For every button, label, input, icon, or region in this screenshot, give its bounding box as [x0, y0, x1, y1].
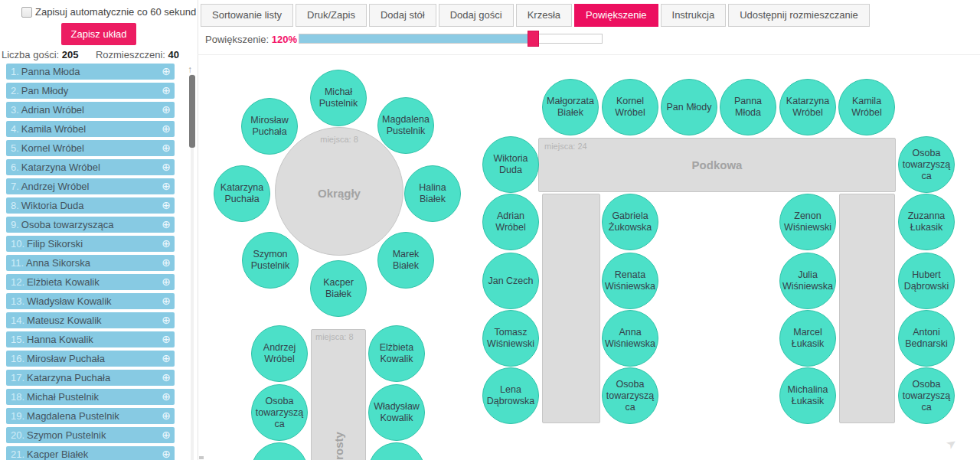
seat[interactable]: Osoba towarzysząca [602, 367, 658, 424]
locate-guest-icon[interactable]: ⊕ [162, 159, 171, 175]
locate-guest-icon[interactable]: ⊕ [162, 408, 171, 424]
seat[interactable]: Kornel Wróbel [602, 79, 658, 135]
canvas-resize-icon[interactable]: ➤ [943, 435, 960, 452]
tab-krzesla[interactable]: Krzesła [516, 4, 572, 27]
seating-canvas[interactable]: miejsca: 8 Okrągły Michał Pustelnik Magd… [198, 55, 980, 460]
zoom-slider[interactable] [299, 34, 603, 44]
tab-udostepnij-rozmieszczanie[interactable]: Udostępnij rozmieszczanie [728, 4, 870, 27]
guest-list-item[interactable]: 20.Szymon Pustelnik⊕ [6, 427, 175, 443]
locate-guest-icon[interactable]: ⊕ [162, 102, 171, 118]
guest-list-item[interactable]: 4.Kamila Wróbel⊕ [6, 121, 175, 137]
seat[interactable]: Mirosław Puchała [241, 98, 298, 155]
locate-guest-icon[interactable]: ⊕ [162, 446, 171, 460]
autosave-checkbox[interactable] [21, 7, 32, 18]
locate-guest-icon[interactable]: ⊕ [162, 178, 171, 194]
guest-list-item[interactable]: 12.Elżbieta Kowalik⊕ [6, 274, 175, 290]
seat[interactable]: Marek Białek [377, 232, 434, 289]
locate-guest-icon[interactable]: ⊕ [162, 331, 171, 347]
locate-guest-icon[interactable]: ⊕ [162, 274, 171, 290]
seat[interactable]: Anna Wiśniewska [602, 310, 658, 367]
tab-dodaj-stol[interactable]: Dodaj stół [369, 4, 436, 27]
seat[interactable] [368, 442, 425, 460]
seat[interactable]: Pan Młody [661, 79, 717, 135]
seat[interactable]: Katarzyna Wróbel [779, 79, 836, 135]
locate-guest-icon[interactable]: ⊕ [162, 370, 171, 386]
guest-list-item[interactable]: 6.Katarzyna Wróbel⊕ [6, 159, 175, 175]
tab-sortowanie-listy[interactable]: Sortowanie listy [201, 4, 293, 27]
seat[interactable]: Władysław Kowalik [368, 384, 425, 441]
guest-list-item[interactable]: 8.Wiktoria Duda⊕ [6, 197, 175, 214]
seat[interactable]: Tomasz Wiśniewski [482, 310, 539, 367]
seat[interactable]: Antoni Bednarski [898, 310, 955, 367]
seat[interactable]: Andrzej Wróbel [251, 325, 308, 382]
guest-list-item[interactable]: 17.Katarzyna Puchała⊕ [6, 370, 175, 386]
seat[interactable]: Kacper Białek [310, 260, 367, 317]
seat[interactable] [251, 442, 308, 460]
seat[interactable]: Osoba towarzysząca [898, 136, 955, 193]
tab-powiekszenie[interactable]: Powiększenie [574, 4, 658, 27]
tab-druk-zapis[interactable]: Druk/Zapis [296, 4, 367, 27]
seat[interactable]: Zuzanna Łukasik [898, 194, 955, 250]
guest-list-scrollbar[interactable]: ↑ [187, 64, 198, 460]
seat[interactable]: Michalina Łukasik [779, 367, 836, 424]
seat[interactable]: Elżbieta Kowalik [368, 325, 425, 382]
save-layout-button[interactable]: Zapisz układ [61, 23, 136, 45]
locate-guest-icon[interactable]: ⊕ [162, 351, 171, 367]
tab-dodaj-gosci[interactable]: Dodaj gości [439, 4, 514, 27]
seat[interactable]: Adrian Wróbel [482, 194, 539, 250]
guest-list-item[interactable]: 2.Pan Młody⊕ [6, 83, 175, 99]
table-podkowa-left-leg[interactable] [542, 194, 600, 423]
tab-instrukcja[interactable]: Instrukcja [661, 4, 727, 27]
guest-list-item[interactable]: 21.Kacper Białek⊕ [6, 446, 175, 460]
seat[interactable]: Panna Młoda [720, 79, 776, 135]
guest-list-item[interactable]: 19.Magdalena Pustelnik⊕ [6, 408, 175, 424]
guest-list-item[interactable]: 11.Anna Sikorska⊕ [6, 255, 175, 271]
guest-list-item[interactable]: 16.Mirosław Puchała⊕ [6, 351, 175, 367]
table-prosty[interactable]: miejsca: 8 Prosty [311, 329, 366, 460]
locate-guest-icon[interactable]: ⊕ [162, 121, 171, 137]
scroll-up-icon[interactable]: ↑ [188, 64, 192, 75]
seat[interactable]: Katarzyna Puchała [214, 165, 270, 222]
seat[interactable]: Marcel Łukasik [779, 310, 836, 367]
seat[interactable]: Osoba towarzysząca [898, 367, 955, 424]
guest-list-item[interactable]: 5.Kornel Wróbel⊕ [6, 140, 175, 156]
locate-guest-icon[interactable]: ⊕ [162, 255, 171, 271]
seat[interactable]: Kamila Wróbel [838, 79, 895, 135]
seat[interactable]: Michał Pustelnik [310, 70, 367, 126]
seat[interactable]: Hubert Dąbrowski [898, 253, 955, 309]
locate-guest-icon[interactable]: ⊕ [162, 64, 171, 80]
locate-guest-icon[interactable]: ⊕ [162, 217, 171, 233]
guest-list-item[interactable]: 13.Władysław Kowalik⊕ [6, 293, 175, 309]
locate-guest-icon[interactable]: ⊕ [162, 389, 171, 405]
guest-list-item[interactable]: 15.Hanna Kowalik⊕ [6, 331, 175, 347]
table-podkowa[interactable]: miejsca: 24 Podkowa [538, 138, 896, 192]
locate-guest-icon[interactable]: ⊕ [162, 427, 171, 443]
locate-guest-icon[interactable]: ⊕ [162, 236, 171, 252]
locate-guest-icon[interactable]: ⊕ [162, 197, 171, 214]
seat[interactable]: Lena Dąbrowska [482, 367, 539, 424]
table-okragly[interactable]: miejsca: 8 Okrągły [275, 127, 403, 256]
locate-guest-icon[interactable]: ⊕ [162, 293, 171, 309]
seat[interactable]: Małgorzata Białek [542, 79, 599, 135]
guest-list-item[interactable]: 9.Osoba towarzysząca⊕ [6, 217, 175, 233]
guest-list-item[interactable]: 7.Andrzej Wróbel⊕ [6, 178, 175, 194]
seat[interactable]: Osoba towarzysząca [251, 384, 308, 441]
locate-guest-icon[interactable]: ⊕ [162, 140, 171, 156]
seat[interactable]: Wiktoria Duda [482, 136, 539, 193]
locate-guest-icon[interactable]: ⊕ [162, 83, 171, 99]
scrollbar-thumb[interactable] [189, 75, 195, 148]
seat[interactable]: Szymon Pustelnik [242, 232, 299, 289]
seat[interactable]: Renata Wiśniewska [602, 253, 658, 309]
seat[interactable]: Magdalena Pustelnik [377, 97, 434, 154]
locate-guest-icon[interactable]: ⊕ [162, 312, 171, 328]
seat[interactable]: Julia Wiśniewska [779, 253, 836, 309]
seat[interactable]: Halina Białek [404, 165, 461, 222]
seat[interactable]: Jan Czech [482, 253, 539, 309]
zoom-slider-handle[interactable] [528, 31, 539, 47]
guest-list-item[interactable]: 3.Adrian Wróbel⊕ [6, 102, 175, 118]
canvas-scroll-left-icon[interactable] [199, 456, 204, 459]
guest-list-item[interactable]: 18.Michał Pustelnik⊕ [6, 389, 175, 405]
table-podkowa-right-leg[interactable] [839, 194, 895, 423]
guest-list-item[interactable]: 14.Mateusz Kowalik⊕ [6, 312, 175, 328]
seat[interactable]: Gabriela Żukowska [602, 194, 658, 250]
